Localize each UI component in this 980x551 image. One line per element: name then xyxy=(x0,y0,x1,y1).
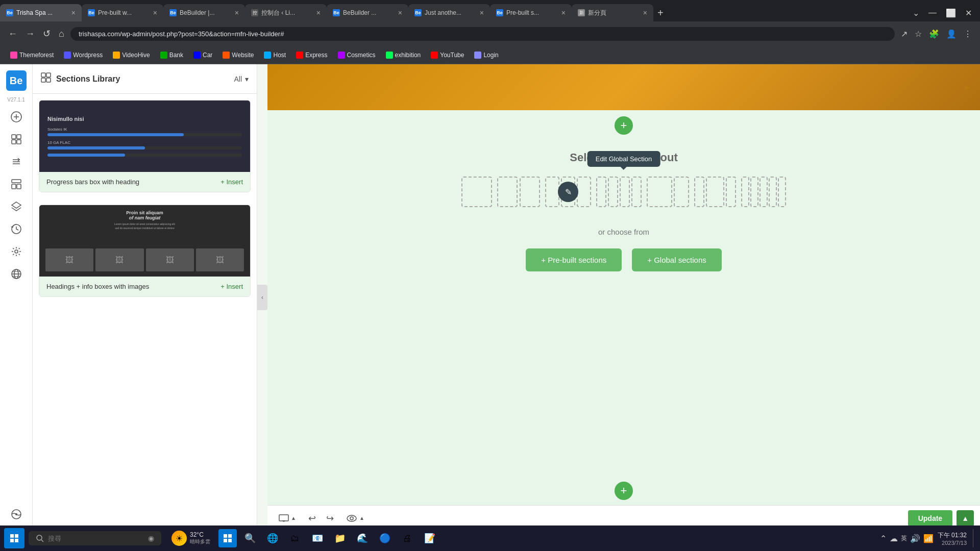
taskbar-windows-icon[interactable] xyxy=(218,529,237,547)
svg-rect-36 xyxy=(224,534,227,538)
bookmark-wordpress[interactable]: Wordpress xyxy=(60,50,107,60)
update-dropdown-btn[interactable]: ▲ xyxy=(957,510,974,527)
tab-list-button[interactable]: ⌄ xyxy=(909,6,923,20)
taskbar-search-icon[interactable]: 🔍 xyxy=(241,529,259,547)
add-section-btn-2[interactable]: + xyxy=(615,482,633,500)
sidebar-logo[interactable]: Be xyxy=(6,70,27,91)
edit-global-section-btn[interactable]: ✎ xyxy=(558,182,578,202)
bookmark-host[interactable]: Host xyxy=(260,50,290,60)
share-button[interactable]: ↗ xyxy=(899,27,910,41)
tab-control-close[interactable]: × xyxy=(316,9,321,17)
taskbar-clock[interactable]: 下午 01:32 2023/7/13 xyxy=(938,531,967,546)
edit-global-tooltip: Edit Global Section xyxy=(587,151,660,167)
tab-control[interactable]: 控 控制台 ‹ Li... × xyxy=(245,4,327,21)
bookmark-youtube[interactable]: YouTube xyxy=(427,50,468,60)
tab-bebuilder2[interactable]: Be BeBuilder ... × xyxy=(327,4,408,21)
profile-button[interactable]: 👤 xyxy=(944,27,959,41)
tab-justanother[interactable]: Be Just anothe... × xyxy=(408,4,490,21)
bookmark-cosmetics[interactable]: Cosmetics xyxy=(334,50,380,60)
taskbar-files-icon[interactable]: 🗂 xyxy=(286,529,304,547)
tab-prebuilt2-close[interactable]: × xyxy=(561,9,566,17)
layout-option-asym1[interactable] xyxy=(647,177,689,207)
tab-bebuilder2-close[interactable]: × xyxy=(398,9,402,17)
tab-trishaspa-close[interactable]: × xyxy=(71,9,76,17)
taskbar-lang-indicator[interactable]: 英 xyxy=(901,534,907,543)
taskbar-chrome-icon[interactable]: 🔵 xyxy=(376,529,394,547)
sidebar-wp-btn[interactable] xyxy=(6,504,27,524)
taskbar-search[interactable]: ◉ xyxy=(29,531,161,545)
taskbar-search-input[interactable] xyxy=(48,535,144,542)
tab-newpage[interactable]: 新 新分頁 × xyxy=(572,4,653,21)
taskbar-cloud-icon[interactable]: ☁ xyxy=(890,534,898,543)
add-section-btn-1[interactable]: + xyxy=(615,116,633,135)
bookmark-exhibition[interactable]: exhibition xyxy=(382,50,425,60)
sidebar-global-btn[interactable] xyxy=(6,264,27,284)
global-sections-btn[interactable]: + Global sections xyxy=(632,248,721,271)
bookmark-express[interactable]: Express xyxy=(292,50,331,60)
tab-newpage-close[interactable]: × xyxy=(643,9,647,17)
tab-justanother-close[interactable]: × xyxy=(480,9,484,17)
sidebar-layers-btn[interactable] xyxy=(6,196,27,217)
bookmark-button[interactable]: ☆ xyxy=(913,27,924,41)
bookmark-themeforest[interactable]: Themeforest xyxy=(6,50,58,60)
minimize-button[interactable]: — xyxy=(924,6,941,19)
taskbar-chevron-up-icon[interactable]: ⌃ xyxy=(880,534,887,543)
start-button[interactable] xyxy=(4,528,24,548)
panel-filter-dropdown[interactable]: All ▾ xyxy=(234,75,249,83)
taskbar-volume-icon[interactable]: 🔊 xyxy=(910,534,920,543)
layout-option-quad[interactable] xyxy=(596,177,642,207)
taskbar-show-desktop-btn[interactable] xyxy=(973,529,976,547)
new-tab-button[interactable]: + xyxy=(653,7,668,19)
home-button[interactable]: ⌂ xyxy=(57,27,66,41)
menu-button[interactable]: ⋮ xyxy=(962,27,974,41)
tab-bebuilder1[interactable]: Be BeBuilder |... × xyxy=(163,4,245,21)
taskbar-notes-icon[interactable]: 📝 xyxy=(421,529,439,547)
sidebar-settings-btn[interactable] xyxy=(6,241,27,262)
sidebar-history-btn[interactable] xyxy=(6,219,27,239)
layout-option-five[interactable] xyxy=(741,177,786,207)
taskbar-printer-icon[interactable]: 🖨 xyxy=(398,529,416,547)
layout-option-double[interactable] xyxy=(497,177,540,207)
tab-prebuilt1-title: Pre-built w... xyxy=(98,9,150,16)
sidebar-add-btn[interactable] xyxy=(6,107,27,127)
bookmark-bank[interactable]: Bank xyxy=(156,50,187,60)
insert-btn-1[interactable]: + Insert xyxy=(220,178,243,186)
tab-prebuilt1[interactable]: Be Pre-built w... × xyxy=(82,4,163,21)
insert-btn-2[interactable]: + Insert xyxy=(220,283,243,290)
maximize-button[interactable]: ⬜ xyxy=(942,6,960,20)
taskbar-folder-icon[interactable]: 📁 xyxy=(331,529,349,547)
close-button[interactable]: ✕ xyxy=(961,6,976,20)
tab-prebuilt1-close[interactable]: × xyxy=(153,9,157,17)
prebuilt-sections-btn[interactable]: + Pre-built sections xyxy=(526,248,622,271)
taskbar-browser-icon[interactable]: 🌐 xyxy=(263,529,282,547)
undo-btn[interactable]: ↩ xyxy=(305,510,319,527)
bookmark-car[interactable]: Car xyxy=(189,50,216,60)
bookmark-videohive[interactable]: VideoHive xyxy=(109,50,154,60)
bookmark-login[interactable]: Login xyxy=(470,50,502,60)
weather-widget[interactable]: ☀ 32°C 晴時多雲 xyxy=(167,531,214,546)
layout-option-asym2[interactable] xyxy=(694,177,736,207)
taskbar-edge-icon[interactable]: 🌊 xyxy=(353,529,372,547)
sidebar-layout-btn[interactable] xyxy=(6,174,27,194)
bookmark-website[interactable]: Website xyxy=(218,50,258,60)
tab-bebuilder1-close[interactable]: × xyxy=(235,9,239,17)
update-btn[interactable]: Update xyxy=(908,510,952,527)
collapse-panel-btn[interactable]: ‹ xyxy=(257,285,267,310)
layout-option-single[interactable] xyxy=(461,177,492,207)
visibility-btn[interactable]: ▲ xyxy=(341,511,370,525)
sidebar-sort-btn[interactable] xyxy=(6,152,27,172)
layout-option-triple[interactable]: ✎ xyxy=(545,177,591,207)
reload-button[interactable]: ↺ xyxy=(41,26,53,41)
desktop-device-btn[interactable]: ▲ xyxy=(274,511,301,525)
back-button[interactable]: ← xyxy=(6,27,19,41)
redo-btn[interactable]: ↪ xyxy=(323,510,337,527)
tab-prebuilt2[interactable]: Be Pre-built s... × xyxy=(490,4,572,21)
sidebar-sections-btn[interactable] xyxy=(6,129,27,149)
address-input[interactable] xyxy=(70,27,895,41)
forward-button[interactable]: → xyxy=(23,27,37,41)
tab-trishaspa[interactable]: Be Trisha Spa ... × xyxy=(0,4,82,21)
svg-line-35 xyxy=(41,540,43,542)
taskbar-mail-icon[interactable]: 📧 xyxy=(308,529,327,547)
extensions-button[interactable]: 🧩 xyxy=(927,27,941,41)
taskbar-wifi-icon[interactable]: 📶 xyxy=(923,534,934,543)
